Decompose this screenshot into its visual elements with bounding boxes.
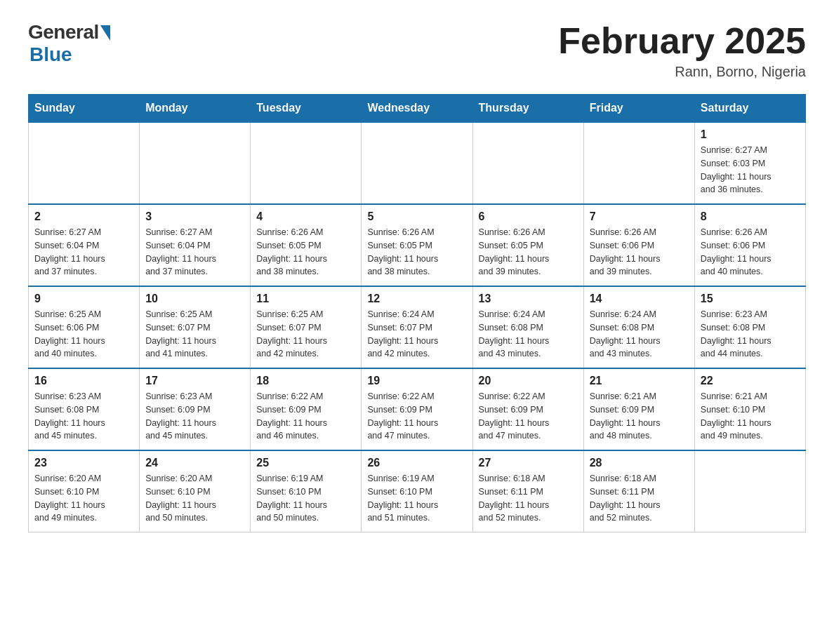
day-info: Sunrise: 6:19 AM Sunset: 6:10 PM Dayligh…	[367, 472, 466, 525]
day-number: 14	[590, 293, 689, 305]
calendar-cell: 26Sunrise: 6:19 AM Sunset: 6:10 PM Dayli…	[362, 450, 472, 532]
calendar-cell: 2Sunrise: 6:27 AM Sunset: 6:04 PM Daylig…	[29, 204, 140, 286]
day-info: Sunrise: 6:21 AM Sunset: 6:10 PM Dayligh…	[701, 390, 800, 443]
calendar-week-row: 16Sunrise: 6:23 AM Sunset: 6:08 PM Dayli…	[29, 368, 806, 450]
day-number: 25	[256, 457, 355, 469]
day-info: Sunrise: 6:26 AM Sunset: 6:06 PM Dayligh…	[701, 226, 800, 279]
logo-general-text: General	[28, 21, 99, 43]
calendar-cell	[472, 122, 583, 204]
calendar-cell: 8Sunrise: 6:26 AM Sunset: 6:06 PM Daylig…	[694, 204, 805, 286]
day-number: 17	[145, 375, 244, 387]
day-number: 9	[34, 293, 133, 305]
day-info: Sunrise: 6:25 AM Sunset: 6:06 PM Dayligh…	[34, 308, 133, 361]
calendar-cell: 7Sunrise: 6:26 AM Sunset: 6:06 PM Daylig…	[583, 204, 694, 286]
month-title: February 2025	[558, 21, 806, 61]
calendar-cell	[140, 122, 251, 204]
day-of-week-header: Saturday	[694, 95, 805, 123]
title-area: February 2025 Rann, Borno, Nigeria	[558, 21, 806, 80]
calendar-cell	[583, 122, 694, 204]
logo-triangle-icon	[100, 25, 110, 41]
day-info: Sunrise: 6:24 AM Sunset: 6:08 PM Dayligh…	[479, 308, 578, 361]
day-number: 2	[34, 210, 133, 223]
day-number: 5	[367, 210, 466, 223]
day-number: 13	[479, 293, 578, 305]
location-text: Rann, Borno, Nigeria	[558, 64, 806, 80]
day-info: Sunrise: 6:27 AM Sunset: 6:04 PM Dayligh…	[34, 226, 133, 279]
day-of-week-header: Monday	[140, 95, 251, 123]
day-info: Sunrise: 6:22 AM Sunset: 6:09 PM Dayligh…	[479, 390, 578, 443]
day-number: 24	[145, 457, 244, 469]
day-info: Sunrise: 6:26 AM Sunset: 6:05 PM Dayligh…	[256, 226, 355, 279]
calendar-cell: 18Sunrise: 6:22 AM Sunset: 6:09 PM Dayli…	[251, 368, 362, 450]
calendar-cell: 27Sunrise: 6:18 AM Sunset: 6:11 PM Dayli…	[472, 450, 583, 532]
day-number: 6	[479, 210, 578, 223]
day-info: Sunrise: 6:24 AM Sunset: 6:07 PM Dayligh…	[367, 308, 466, 361]
calendar-cell: 12Sunrise: 6:24 AM Sunset: 6:07 PM Dayli…	[362, 286, 472, 368]
day-of-week-header: Thursday	[472, 95, 583, 123]
calendar-cell: 1Sunrise: 6:27 AM Sunset: 6:03 PM Daylig…	[694, 122, 805, 204]
day-number: 22	[701, 375, 800, 387]
calendar-cell	[694, 450, 805, 532]
calendar-week-row: 23Sunrise: 6:20 AM Sunset: 6:10 PM Dayli…	[29, 450, 806, 532]
day-number: 23	[34, 457, 133, 469]
day-info: Sunrise: 6:27 AM Sunset: 6:03 PM Dayligh…	[701, 144, 800, 196]
day-number: 18	[256, 375, 355, 387]
day-number: 26	[367, 457, 466, 469]
calendar-cell	[29, 122, 140, 204]
day-info: Sunrise: 6:26 AM Sunset: 6:06 PM Dayligh…	[590, 226, 689, 279]
calendar-cell: 11Sunrise: 6:25 AM Sunset: 6:07 PM Dayli…	[251, 286, 362, 368]
day-number: 15	[701, 293, 800, 305]
calendar-cell: 10Sunrise: 6:25 AM Sunset: 6:07 PM Dayli…	[140, 286, 251, 368]
day-number: 8	[701, 210, 800, 223]
calendar-cell: 22Sunrise: 6:21 AM Sunset: 6:10 PM Dayli…	[694, 368, 805, 450]
day-info: Sunrise: 6:20 AM Sunset: 6:10 PM Dayligh…	[34, 472, 133, 525]
calendar-cell: 17Sunrise: 6:23 AM Sunset: 6:09 PM Dayli…	[140, 368, 251, 450]
day-of-week-header: Wednesday	[362, 95, 472, 123]
logo: General Blue	[28, 21, 110, 66]
day-number: 19	[367, 375, 466, 387]
calendar-cell: 5Sunrise: 6:26 AM Sunset: 6:05 PM Daylig…	[362, 204, 472, 286]
day-number: 21	[590, 375, 689, 387]
calendar-cell	[362, 122, 472, 204]
day-info: Sunrise: 6:18 AM Sunset: 6:11 PM Dayligh…	[590, 472, 689, 525]
logo-blue-text: Blue	[29, 43, 72, 66]
calendar-table: SundayMondayTuesdayWednesdayThursdayFrid…	[28, 94, 806, 532]
calendar-cell: 9Sunrise: 6:25 AM Sunset: 6:06 PM Daylig…	[29, 286, 140, 368]
day-number: 12	[367, 293, 466, 305]
day-info: Sunrise: 6:26 AM Sunset: 6:05 PM Dayligh…	[367, 226, 466, 279]
day-of-week-header: Tuesday	[251, 95, 362, 123]
day-info: Sunrise: 6:21 AM Sunset: 6:09 PM Dayligh…	[590, 390, 689, 443]
day-number: 10	[145, 293, 244, 305]
day-of-week-header: Sunday	[29, 95, 140, 123]
day-number: 7	[590, 210, 689, 223]
day-info: Sunrise: 6:25 AM Sunset: 6:07 PM Dayligh…	[145, 308, 244, 361]
day-number: 16	[34, 375, 133, 387]
day-info: Sunrise: 6:19 AM Sunset: 6:10 PM Dayligh…	[256, 472, 355, 525]
calendar-cell: 23Sunrise: 6:20 AM Sunset: 6:10 PM Dayli…	[29, 450, 140, 532]
calendar-cell: 25Sunrise: 6:19 AM Sunset: 6:10 PM Dayli…	[251, 450, 362, 532]
calendar-week-row: 1Sunrise: 6:27 AM Sunset: 6:03 PM Daylig…	[29, 122, 806, 204]
calendar-cell: 16Sunrise: 6:23 AM Sunset: 6:08 PM Dayli…	[29, 368, 140, 450]
day-info: Sunrise: 6:23 AM Sunset: 6:08 PM Dayligh…	[701, 308, 800, 361]
day-number: 11	[256, 293, 355, 305]
calendar-cell: 3Sunrise: 6:27 AM Sunset: 6:04 PM Daylig…	[140, 204, 251, 286]
calendar-cell: 15Sunrise: 6:23 AM Sunset: 6:08 PM Dayli…	[694, 286, 805, 368]
page-header: General Blue February 2025 Rann, Borno, …	[28, 21, 806, 80]
calendar-cell: 19Sunrise: 6:22 AM Sunset: 6:09 PM Dayli…	[362, 368, 472, 450]
calendar-cell: 13Sunrise: 6:24 AM Sunset: 6:08 PM Dayli…	[472, 286, 583, 368]
day-info: Sunrise: 6:27 AM Sunset: 6:04 PM Dayligh…	[145, 226, 244, 279]
day-number: 28	[590, 457, 689, 469]
calendar-cell: 4Sunrise: 6:26 AM Sunset: 6:05 PM Daylig…	[251, 204, 362, 286]
calendar-header-row: SundayMondayTuesdayWednesdayThursdayFrid…	[29, 95, 806, 123]
day-number: 3	[145, 210, 244, 223]
calendar-cell: 20Sunrise: 6:22 AM Sunset: 6:09 PM Dayli…	[472, 368, 583, 450]
calendar-week-row: 9Sunrise: 6:25 AM Sunset: 6:06 PM Daylig…	[29, 286, 806, 368]
day-number: 20	[479, 375, 578, 387]
day-info: Sunrise: 6:18 AM Sunset: 6:11 PM Dayligh…	[479, 472, 578, 525]
day-info: Sunrise: 6:26 AM Sunset: 6:05 PM Dayligh…	[479, 226, 578, 279]
calendar-body: 1Sunrise: 6:27 AM Sunset: 6:03 PM Daylig…	[29, 122, 806, 532]
calendar-week-row: 2Sunrise: 6:27 AM Sunset: 6:04 PM Daylig…	[29, 204, 806, 286]
calendar-cell: 21Sunrise: 6:21 AM Sunset: 6:09 PM Dayli…	[583, 368, 694, 450]
calendar-cell: 28Sunrise: 6:18 AM Sunset: 6:11 PM Dayli…	[583, 450, 694, 532]
calendar-cell	[251, 122, 362, 204]
